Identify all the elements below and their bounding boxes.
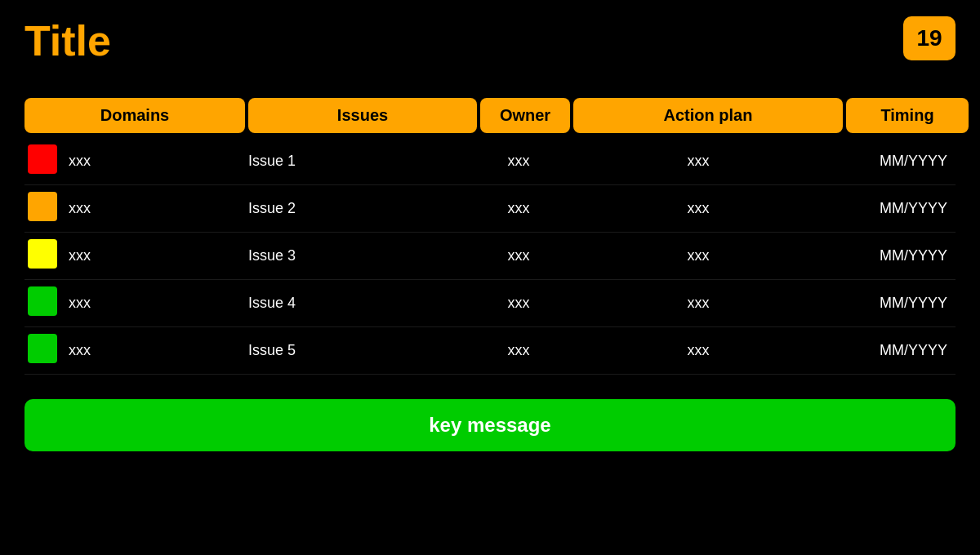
col-header-action-plan: Action plan xyxy=(573,98,843,133)
table-row: xxx Issue 2 xxx xxx MM/YYYY xyxy=(24,185,956,233)
status-color-cell xyxy=(24,327,65,374)
table-container: Domains Issues Owner Action plan Timing … xyxy=(24,98,956,375)
status-dot xyxy=(28,144,57,174)
page-container: Title 19 Domains Issues Owner Action pla… xyxy=(0,0,980,555)
table-row: xxx Issue 5 xxx xxx MM/YYYY xyxy=(24,327,956,375)
key-message-bar[interactable]: key message xyxy=(24,399,956,451)
owner-cell: xxx xyxy=(474,335,564,366)
page-title: Title xyxy=(24,16,111,65)
action-plan-cell: xxx xyxy=(564,288,833,318)
table-row: xxx Issue 3 xxx xxx MM/YYYY xyxy=(24,233,956,280)
timing-cell: MM/YYYY xyxy=(833,241,956,271)
owner-cell: xxx xyxy=(474,193,564,224)
table-row: xxx Issue 4 xxx xxx MM/YYYY xyxy=(24,280,956,327)
issue-cell: Issue 5 xyxy=(245,335,474,366)
owner-cell: xxx xyxy=(474,241,564,271)
status-color-cell xyxy=(24,233,65,279)
header: Title 19 xyxy=(24,16,956,65)
table-body: xxx Issue 1 xxx xxx MM/YYYY xxx Issue 2 … xyxy=(24,138,956,375)
status-color-cell xyxy=(24,185,65,232)
issue-cell: Issue 2 xyxy=(245,193,474,224)
col-header-domains: Domains xyxy=(24,98,245,133)
issue-cell: Issue 4 xyxy=(245,288,474,318)
action-plan-cell: xxx xyxy=(564,335,833,366)
owner-cell: xxx xyxy=(474,288,564,318)
status-dot xyxy=(28,334,57,363)
table-row: xxx Issue 1 xxx xxx MM/YYYY xyxy=(24,138,956,185)
status-dot xyxy=(28,286,57,316)
timing-cell: MM/YYYY xyxy=(833,335,956,366)
timing-cell: MM/YYYY xyxy=(833,146,956,176)
issue-cell: Issue 3 xyxy=(245,241,474,271)
col-header-issues: Issues xyxy=(248,98,477,133)
action-plan-cell: xxx xyxy=(564,146,833,176)
badge-number: 19 xyxy=(903,16,956,60)
owner-cell: xxx xyxy=(474,146,564,176)
action-plan-cell: xxx xyxy=(564,241,833,271)
timing-cell: MM/YYYY xyxy=(833,193,956,224)
domain-cell: xxx xyxy=(65,193,245,224)
domain-cell: xxx xyxy=(65,288,245,318)
domain-cell: xxx xyxy=(65,146,245,176)
issue-cell: Issue 1 xyxy=(245,146,474,176)
status-color-cell xyxy=(24,280,65,326)
status-dot xyxy=(28,239,57,269)
col-header-owner: Owner xyxy=(480,98,570,133)
status-dot xyxy=(28,192,57,221)
col-header-timing: Timing xyxy=(846,98,969,133)
table-header: Domains Issues Owner Action plan Timing xyxy=(24,98,956,133)
domain-cell: xxx xyxy=(65,241,245,271)
domain-cell: xxx xyxy=(65,335,245,366)
action-plan-cell: xxx xyxy=(564,193,833,224)
timing-cell: MM/YYYY xyxy=(833,288,956,318)
status-color-cell xyxy=(24,138,65,184)
